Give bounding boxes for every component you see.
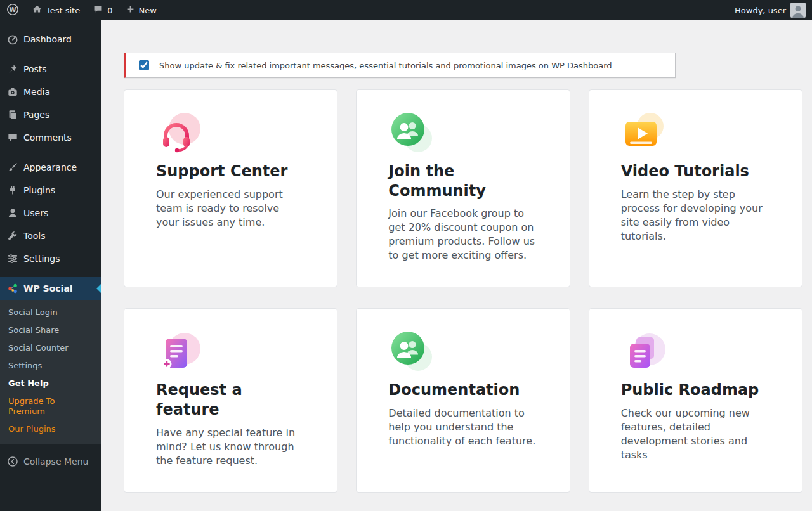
sidebar-item-comments[interactable]: Comments xyxy=(0,126,102,149)
card-description: Join our Facebook group to get 20% disco… xyxy=(388,207,536,262)
users-icon xyxy=(6,207,19,219)
card-join-community: Join the Community Join our Facebook gro… xyxy=(356,89,570,287)
user-avatar xyxy=(790,3,806,18)
card-title: Support Center xyxy=(156,162,304,181)
main-content: Show update & fix related important mess… xyxy=(102,20,812,511)
card-description: Detailed documentation to help you under… xyxy=(388,406,536,448)
card-description: Our experienced support team is ready to… xyxy=(156,188,304,230)
card-title: Documentation xyxy=(388,380,536,400)
new-content-item[interactable]: New xyxy=(119,0,163,20)
tools-icon xyxy=(6,230,19,242)
wordpress-menu-item[interactable]: W xyxy=(0,0,25,20)
sidebar-item-label: Appearance xyxy=(23,162,77,173)
plus-icon xyxy=(126,4,135,16)
card-title: Public Roadmap xyxy=(621,380,769,400)
card-title: Request a feature xyxy=(156,380,304,419)
documentation-people-icon xyxy=(388,331,536,372)
menu-separator xyxy=(0,149,102,156)
submenu-item-social-share[interactable]: Social Share xyxy=(0,321,102,339)
card-description: Have any special feature in mind? Let us… xyxy=(156,426,304,468)
card-support-center: Support Center Our experienced support t… xyxy=(124,89,337,287)
plugins-icon xyxy=(6,184,19,197)
dashboard-messages-notice: Show update & fix related important mess… xyxy=(124,53,676,78)
pages-icon xyxy=(6,108,19,121)
card-documentation: Documentation Detailed documentation to … xyxy=(356,308,570,492)
feature-request-icon xyxy=(156,331,304,372)
sidebar-item-label: Comments xyxy=(23,133,72,143)
sidebar-item-label: Settings xyxy=(23,254,60,264)
card-title: Join the Community xyxy=(388,162,536,200)
help-cards-grid: Support Center Our experienced support t… xyxy=(124,89,802,493)
appearance-icon xyxy=(6,161,19,174)
card-public-roadmap: Public Roadmap Check our upcoming new fe… xyxy=(589,308,802,492)
account-menu-item[interactable]: Howdy, user xyxy=(728,0,812,20)
sidebar-item-wp-social[interactable]: WP Social xyxy=(0,277,102,300)
submenu-item-settings[interactable]: Settings xyxy=(0,357,102,375)
roadmap-icon xyxy=(621,331,769,372)
admin-sidebar: Dashboard Posts Media Pages Commen xyxy=(0,20,102,511)
new-label: New xyxy=(139,6,157,15)
collapse-menu-button[interactable]: Collapse Menu xyxy=(0,450,102,473)
card-title: Video Tutorials xyxy=(621,162,769,181)
home-icon xyxy=(32,4,43,16)
sidebar-item-users[interactable]: Users xyxy=(0,202,102,224)
admin-bar: W Test site 0 New Howdy, user xyxy=(0,0,812,20)
svg-text:W: W xyxy=(9,6,16,13)
sidebar-item-settings[interactable]: Settings xyxy=(0,247,102,270)
sidebar-item-appearance[interactable]: Appearance xyxy=(0,156,102,179)
sidebar-item-label: Plugins xyxy=(23,185,55,196)
sidebar-item-plugins[interactable]: Plugins xyxy=(0,179,102,202)
sidebar-item-dashboard[interactable]: Dashboard xyxy=(0,28,102,51)
sidebar-item-label: WP Social xyxy=(23,283,73,294)
site-name-label: Test site xyxy=(46,6,80,15)
sidebar-item-label: Media xyxy=(23,87,50,98)
comments-count: 0 xyxy=(107,6,112,15)
comments-icon xyxy=(6,131,19,144)
sidebar-item-label: Posts xyxy=(23,64,47,75)
menu-separator xyxy=(0,51,102,58)
comments-bubble-icon xyxy=(93,4,103,16)
menu-separator xyxy=(0,270,102,277)
sidebar-item-pages[interactable]: Pages xyxy=(0,103,102,126)
sidebar-item-label: Dashboard xyxy=(23,34,72,45)
submenu-item-get-help[interactable]: Get Help xyxy=(0,375,102,392)
wp-social-submenu: Social Login Social Share Social Counter… xyxy=(0,300,102,444)
sidebar-item-media[interactable]: Media xyxy=(0,81,102,103)
wp-social-icon xyxy=(6,282,19,295)
card-description: Learn the step by step process for devel… xyxy=(621,188,769,243)
sidebar-item-label: Users xyxy=(23,208,48,219)
sidebar-item-tools[interactable]: Tools xyxy=(0,224,102,247)
support-headset-icon xyxy=(156,112,304,153)
show-messages-checkbox[interactable] xyxy=(139,60,149,70)
sidebar-item-label: Pages xyxy=(23,110,49,120)
sidebar-item-label: Tools xyxy=(23,231,46,242)
submenu-item-our-plugins[interactable]: Our Plugins xyxy=(0,420,102,438)
submenu-item-upgrade-to-premium[interactable]: Upgrade To Premium xyxy=(0,392,102,420)
site-name-item[interactable]: Test site xyxy=(25,0,86,20)
notice-text: Show update & fix related important mess… xyxy=(159,61,612,70)
howdy-label: Howdy, user xyxy=(735,6,786,15)
settings-icon xyxy=(6,252,19,265)
comments-count-item[interactable]: 0 xyxy=(86,0,119,20)
media-icon xyxy=(6,86,19,98)
wordpress-logo-icon: W xyxy=(6,3,19,18)
collapse-arrow-icon xyxy=(6,455,19,468)
card-video-tutorials: Video Tutorials Learn the step by step p… xyxy=(589,89,802,287)
submenu-item-social-counter[interactable]: Social Counter xyxy=(0,339,102,357)
sidebar-item-posts[interactable]: Posts xyxy=(0,58,102,81)
card-description: Check our upcoming new features, detaile… xyxy=(621,406,769,462)
card-request-feature: Request a feature Have any special featu… xyxy=(124,308,337,492)
submenu-item-social-login[interactable]: Social Login xyxy=(0,304,102,321)
posts-icon xyxy=(6,63,19,75)
dashboard-icon xyxy=(6,33,19,46)
video-tutorials-icon xyxy=(621,112,769,153)
collapse-menu-label: Collapse Menu xyxy=(23,456,88,467)
community-people-icon xyxy=(388,112,536,153)
